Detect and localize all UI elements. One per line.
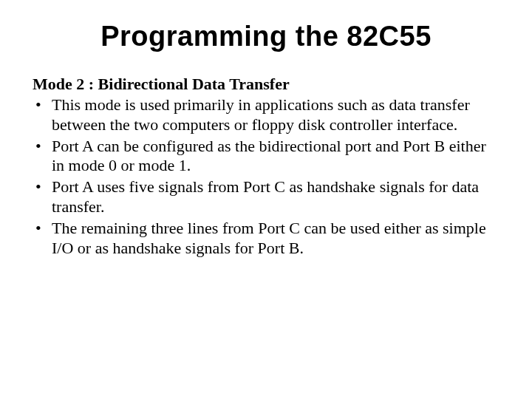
- mode-subheading: Mode 2 : Bidirectional Data Transfer: [33, 75, 499, 94]
- list-item: Port A uses five signals from Port C as …: [33, 177, 499, 217]
- list-item: This mode is used primarily in applicati…: [33, 95, 499, 135]
- slide-title: Programming the 82C55: [33, 21, 499, 52]
- bullet-list: This mode is used primarily in applicati…: [33, 95, 499, 259]
- list-item: Port A can be configured as the bidirect…: [33, 137, 499, 177]
- list-item: The remaining three lines from Port C ca…: [33, 219, 499, 259]
- slide: Programming the 82C55 Mode 2 : Bidirecti…: [0, 0, 532, 399]
